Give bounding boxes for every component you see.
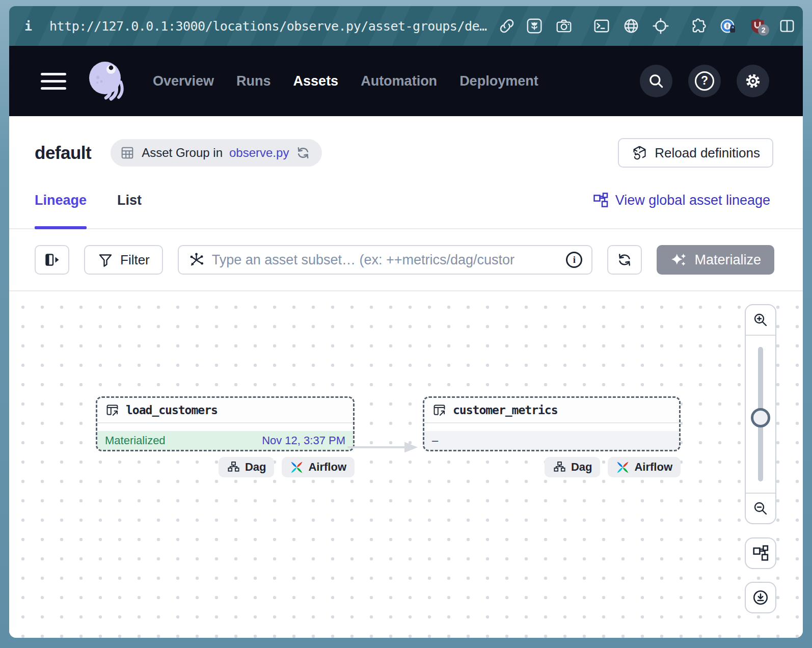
collapse-panel-button[interactable] — [35, 245, 69, 275]
screenshot-tool-icon[interactable] — [526, 17, 543, 35]
app-navbar: Overview Runs Assets Automation Deployme… — [9, 46, 803, 116]
password-manager-icon[interactable] — [719, 17, 737, 35]
zoom-in-button[interactable] — [746, 305, 775, 336]
zoom-slider-thumb[interactable] — [751, 408, 770, 427]
asset-subset-input[interactable] — [212, 252, 559, 268]
dag-icon — [553, 461, 566, 474]
asset-name: customer_metrics — [453, 403, 558, 417]
global-lineage-link[interactable]: View global asset lineage — [592, 192, 770, 208]
graph-layout-icon — [752, 545, 769, 562]
devtool-group — [593, 17, 669, 35]
adblock-shield-icon[interactable]: 2 — [749, 17, 766, 35]
target-picker-icon[interactable] — [652, 17, 669, 35]
menu-icon[interactable] — [41, 73, 66, 90]
asset-node-load-customers[interactable]: load_customers Materialized Nov 12, 3:37… — [96, 396, 355, 451]
tag-dag[interactable]: Dag — [219, 457, 275, 477]
info-icon[interactable]: i — [566, 252, 582, 268]
asset-group-badge: Asset Group in observe.py — [111, 139, 322, 167]
tab-list[interactable]: List — [117, 172, 142, 228]
view-tabs: Lineage List View global asset lineage — [9, 172, 803, 229]
zoom-in-icon — [752, 312, 769, 328]
lineage-toolbar: Filter i — [9, 229, 803, 291]
tag-label: Airflow — [634, 461, 672, 474]
extensions-puzzle-icon[interactable] — [690, 17, 707, 35]
nav-item-assets[interactable]: Assets — [293, 73, 339, 89]
camera-icon[interactable] — [555, 17, 573, 35]
asset-node-header: load_customers — [97, 398, 353, 423]
panel-toggle-icon — [44, 252, 60, 268]
settings-button[interactable] — [737, 65, 769, 97]
nav-item-automation[interactable]: Automation — [361, 73, 437, 89]
page-header: default Asset Group in observe.py — [9, 116, 803, 172]
lineage-edge-arrow — [345, 440, 422, 454]
zoom-out-icon — [752, 500, 769, 517]
nav-item-deployment[interactable]: Deployment — [459, 73, 538, 89]
zoom-slider[interactable] — [746, 336, 775, 493]
search-icon — [647, 72, 665, 90]
asset-node-customer-metrics[interactable]: customer_metrics – — [423, 396, 681, 451]
download-image-button[interactable] — [745, 582, 776, 613]
page-info-icon[interactable]: i — [24, 19, 32, 34]
reload-definitions-label: Reload definitions — [655, 145, 760, 161]
download-icon — [752, 589, 769, 606]
materialize-label: Materialize — [694, 252, 761, 268]
help-button[interactable]: ? — [688, 65, 721, 97]
asset-node-body — [424, 423, 679, 431]
badge-file-link[interactable]: observe.py — [229, 146, 289, 160]
window-frame: i http://127.0.0.1:3000/locations/observ… — [0, 0, 812, 648]
help-icon: ? — [695, 71, 714, 91]
tag-dag[interactable]: Dag — [545, 457, 601, 477]
shield-badge: 2 — [758, 24, 769, 36]
reload-cube-icon — [631, 145, 648, 161]
filter-button[interactable]: Filter — [84, 245, 163, 275]
dag-icon — [227, 461, 240, 474]
asset-tags: Dag Airflow — [423, 457, 681, 477]
copy-link-icon[interactable] — [498, 17, 516, 35]
asset-node-header: customer_metrics — [424, 398, 679, 423]
extension-group-2: 2 — [690, 17, 796, 35]
asset-group-icon — [120, 145, 135, 160]
airflow-icon — [290, 461, 304, 474]
status-label: Materialized — [105, 434, 166, 447]
split-view-icon[interactable] — [778, 17, 796, 35]
dagster-logo[interactable] — [85, 58, 128, 104]
lineage-graph-icon — [592, 192, 609, 208]
asset-status-row: – — [424, 431, 679, 450]
primary-nav: Overview Runs Assets Automation Deployme… — [153, 73, 538, 89]
globe-icon[interactable] — [622, 17, 640, 35]
address-bar[interactable]: http://127.0.0.1:3000/locations/observe.… — [49, 19, 487, 34]
asset-subset-searchbox[interactable]: i — [178, 245, 593, 275]
materialize-button[interactable]: Materialize — [657, 245, 774, 275]
status-label: – — [432, 434, 438, 447]
tag-label: Dag — [245, 461, 266, 474]
nav-item-runs[interactable]: Runs — [236, 73, 271, 89]
reload-definitions-button[interactable]: Reload definitions — [618, 138, 773, 168]
asset-table-icon — [105, 403, 120, 418]
page-title: default — [35, 143, 91, 163]
tag-label: Dag — [571, 461, 592, 474]
zoom-controls — [745, 304, 776, 524]
airflow-icon — [616, 461, 630, 474]
badge-label: Asset Group in — [142, 146, 223, 160]
asset-selection-icon — [188, 252, 205, 268]
tag-airflow[interactable]: Airflow — [608, 457, 681, 477]
tab-lineage[interactable]: Lineage — [35, 172, 87, 228]
status-timestamp[interactable]: Nov 12, 3:37 PM — [262, 434, 345, 447]
terminal-icon[interactable] — [593, 17, 610, 35]
sync-icon[interactable] — [295, 145, 311, 160]
zoom-out-button[interactable] — [746, 493, 775, 523]
relayout-graph-button[interactable] — [745, 537, 776, 569]
nav-actions: ? — [640, 65, 769, 97]
main-content: default Asset Group in observe.py — [9, 116, 803, 638]
lineage-canvas[interactable]: load_customers Materialized Nov 12, 3:37… — [9, 291, 803, 638]
tag-airflow[interactable]: Airflow — [282, 457, 355, 477]
global-lineage-label: View global asset lineage — [615, 193, 770, 208]
search-button[interactable] — [640, 65, 672, 97]
refresh-graph-button[interactable] — [607, 245, 642, 275]
refresh-icon — [616, 252, 633, 268]
sparkle-icon — [670, 251, 687, 268]
app-window: i http://127.0.0.1:3000/locations/observ… — [9, 6, 803, 638]
filter-label: Filter — [120, 252, 150, 268]
nav-item-overview[interactable]: Overview — [153, 73, 214, 89]
asset-status-row: Materialized Nov 12, 3:37 PM — [97, 431, 353, 450]
